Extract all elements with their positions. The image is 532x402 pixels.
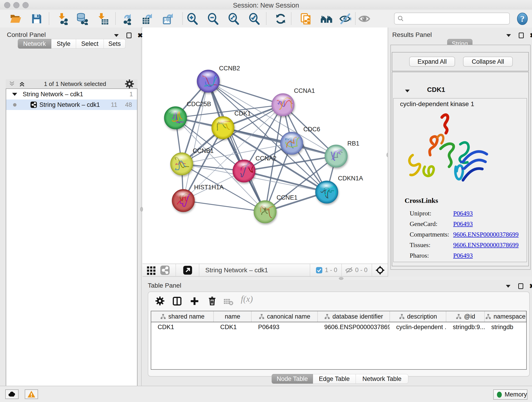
show-columns-icon[interactable] bbox=[172, 296, 182, 306]
tab-network[interactable]: Network bbox=[18, 39, 51, 49]
network-node-RB1[interactable]: RB1 bbox=[325, 140, 360, 167]
crosslink-link[interactable]: 9606.ENSP00000378699 bbox=[453, 241, 519, 249]
import-network-from-database-button[interactable] bbox=[76, 12, 89, 25]
open-session-button[interactable] bbox=[9, 12, 22, 25]
network-edge-CCNB2-CCNA1[interactable] bbox=[208, 81, 283, 105]
show-graphics-details-button[interactable] bbox=[358, 12, 371, 25]
crosshair-icon[interactable] bbox=[375, 265, 385, 275]
export-image-button[interactable] bbox=[162, 12, 175, 25]
table-cell[interactable]: CDK1 bbox=[214, 324, 252, 331]
tab-node-table[interactable]: Node Table bbox=[272, 374, 313, 384]
crosslink-link[interactable]: P06493 bbox=[453, 220, 473, 228]
open-in-window-icon[interactable] bbox=[183, 265, 192, 275]
close-panel-icon[interactable]: ✖ bbox=[529, 284, 532, 289]
network-collection-row[interactable]: String Network – cdk1 1 bbox=[6, 89, 137, 99]
zoom-in-icon bbox=[186, 13, 198, 25]
collection-expand-icon[interactable] bbox=[12, 93, 17, 96]
selected-checkbox-icon[interactable] bbox=[316, 267, 323, 274]
panel-menu-icon[interactable] bbox=[114, 34, 119, 37]
search-input[interactable] bbox=[404, 15, 504, 22]
hide-selected-button[interactable] bbox=[339, 12, 352, 25]
horizontal-splitter-handle[interactable] bbox=[339, 277, 343, 280]
collapse-all-button[interactable]: Collapse All bbox=[463, 57, 513, 67]
tab-select[interactable]: Select bbox=[76, 39, 104, 49]
float-panel-icon[interactable] bbox=[518, 283, 523, 289]
tab-sets[interactable]: Sets bbox=[104, 39, 126, 49]
close-panel-icon[interactable]: ✖ bbox=[530, 33, 532, 38]
table-cell[interactable]: stringdb bbox=[485, 324, 526, 331]
panel-menu-icon[interactable] bbox=[506, 285, 510, 288]
delete-column-icon[interactable] bbox=[207, 296, 217, 306]
column-header-canonical-name[interactable]: canonical name bbox=[252, 311, 318, 322]
cloud-button[interactable] bbox=[5, 389, 19, 399]
tab-edge-table[interactable]: Edge Table bbox=[313, 374, 356, 384]
network-node-CCNE1[interactable]: CCNE1 bbox=[254, 194, 298, 223]
expand-all-icon[interactable] bbox=[19, 80, 25, 87]
export-network-button[interactable] bbox=[121, 12, 134, 25]
expand-all-button[interactable]: Expand All bbox=[409, 57, 455, 67]
tab-network-table[interactable]: Network Table bbox=[356, 374, 408, 384]
apply-layout-button[interactable] bbox=[274, 12, 287, 25]
export-network-icon bbox=[122, 13, 134, 25]
column-header-database-identifier[interactable]: database identifier bbox=[318, 311, 390, 322]
network-node-HIST1H1A[interactable]: HIST1H1A bbox=[172, 184, 224, 212]
network-node-CCNA1[interactable]: CCNA1 bbox=[272, 87, 315, 116]
crosslink-link[interactable]: P06493 bbox=[453, 252, 473, 259]
close-panel-icon[interactable]: ✖ bbox=[138, 33, 143, 38]
table-cell[interactable]: P06493 bbox=[252, 324, 318, 331]
entry-collapse-icon[interactable] bbox=[405, 89, 410, 92]
table-row[interactable]: CDK1CDK1P064939606.ENSP00000378699cyclin… bbox=[151, 322, 526, 332]
column-header--id[interactable]: @id bbox=[446, 311, 485, 322]
import-table-button[interactable] bbox=[96, 12, 109, 25]
toolbar-separator bbox=[291, 12, 291, 25]
table-cell[interactable]: CDK1 bbox=[151, 324, 214, 331]
crosslink-link[interactable]: P06493 bbox=[453, 210, 473, 217]
column-header-shared-name[interactable]: shared name bbox=[151, 311, 214, 322]
network-canvas[interactable]: CCNB2CCNA1CDC25BCDK1CDC6RB1CCNB1CCNA2CDK… bbox=[143, 27, 388, 264]
help-button[interactable]: ? bbox=[516, 12, 529, 25]
memory-status-dot-icon bbox=[497, 392, 502, 398]
crosslink-link[interactable]: 9606.ENSP00000378699 bbox=[453, 231, 519, 238]
network-graph[interactable]: CCNB2CCNA1CDC25BCDK1CDC6RB1CCNB1CCNA2CDK… bbox=[143, 27, 388, 264]
collapse-all-icon[interactable] bbox=[8, 80, 15, 87]
title-bar: Session: New Session bbox=[0, 0, 532, 10]
left-splitter-handle[interactable] bbox=[140, 207, 143, 211]
refresh-icon bbox=[275, 13, 287, 25]
table-cell[interactable]: stringdb:9... bbox=[446, 324, 485, 331]
new-network-from-selection-button[interactable] bbox=[299, 12, 312, 25]
table-cell[interactable]: 9606.ENSP00000378699 bbox=[318, 324, 390, 331]
zoom-fit-button[interactable] bbox=[227, 12, 240, 25]
float-panel-icon[interactable] bbox=[127, 32, 132, 38]
column-header-namespace[interactable]: namespace bbox=[485, 311, 526, 322]
window-title: Session: New Session bbox=[0, 2, 532, 9]
tab-style[interactable]: Style bbox=[51, 39, 76, 49]
network-options-gear-icon[interactable] bbox=[125, 79, 134, 89]
zoom-in-button[interactable] bbox=[186, 12, 199, 25]
network-row-selected[interactable]: String Network – cdk1 11 48 bbox=[6, 99, 137, 110]
panel-menu-icon[interactable] bbox=[506, 34, 511, 37]
search-field[interactable] bbox=[394, 13, 510, 25]
memory-button[interactable]: Memory bbox=[493, 389, 527, 400]
birdseye-grid-icon[interactable] bbox=[146, 265, 156, 275]
table-cell[interactable]: cyclin-dependent ... bbox=[390, 324, 446, 331]
import-network-button[interactable] bbox=[57, 12, 70, 25]
export-table-button[interactable] bbox=[141, 12, 154, 25]
column-header-name[interactable]: name bbox=[214, 311, 252, 322]
warning-button[interactable] bbox=[25, 389, 38, 399]
network-node-CDKN1A[interactable]: CDKN1A bbox=[316, 175, 363, 203]
save-session-button[interactable] bbox=[30, 12, 43, 25]
memory-label: Memory bbox=[505, 391, 527, 398]
column-header-description[interactable]: description bbox=[390, 311, 447, 322]
float-panel-icon[interactable] bbox=[519, 32, 524, 38]
add-column-icon[interactable] bbox=[190, 296, 200, 306]
network-share-icon[interactable] bbox=[160, 265, 170, 275]
zoom-out-button[interactable] bbox=[207, 12, 220, 25]
network-edge-CCNE1-HIST1H1A[interactable] bbox=[183, 201, 265, 212]
zoom-selected-button[interactable] bbox=[248, 12, 261, 25]
network-node-CCNB1[interactable]: CCNB1 bbox=[171, 147, 214, 175]
save-icon bbox=[31, 13, 42, 25]
table-options-gear-icon[interactable] bbox=[155, 296, 165, 307]
search-icon bbox=[397, 15, 404, 22]
show-all-networks-button[interactable] bbox=[320, 12, 333, 25]
network-edge-CCNB2-CCNE1[interactable] bbox=[208, 81, 265, 212]
